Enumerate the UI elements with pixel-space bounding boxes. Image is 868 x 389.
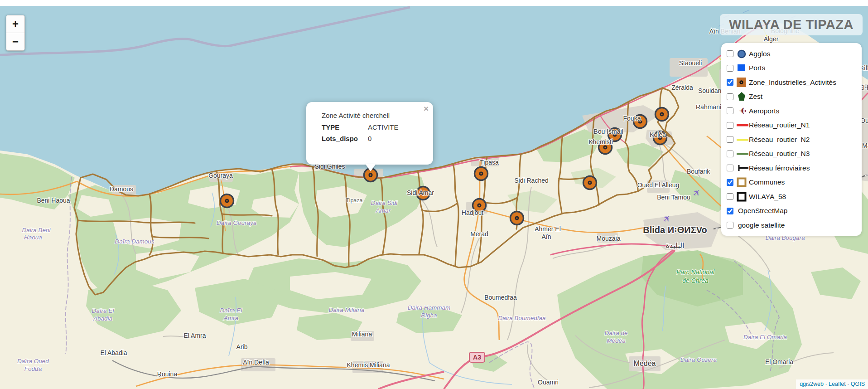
legend-checkbox[interactable] [727,79,733,86]
legend-checkbox[interactable] [727,107,733,114]
legend-icon-outline [736,177,749,188]
attribution-link-qgis2web[interactable]: qgis2web [800,381,824,387]
map-label: Boufarik [687,168,710,175]
legend-item-ports[interactable]: Ports [721,61,862,75]
legend-checkbox[interactable] [727,208,733,214]
legend-icon-outline [736,191,749,202]
map-label: البليدة [665,242,684,249]
legend-item-openstreetmap[interactable]: OpenStreetMap [721,204,862,218]
map-label: Alger [764,35,779,43]
legend-checkbox[interactable] [727,65,733,72]
map-label: Daïra Gouraya [217,219,257,226]
popup-attribute-value: 0 [368,135,371,142]
legend-checkbox[interactable] [727,179,733,186]
legend-icon-zone [736,77,749,88]
map-label: Amra [223,315,239,321]
map-label: Daira Hammam [408,304,451,311]
map-label: El Abadia [100,349,127,356]
legend-label: Réseau_routier_N3 [749,150,810,158]
legend-item-wilaya-58[interactable]: WILAYA_58 [721,190,862,204]
legend-label: google satellite [738,221,785,229]
popup-attribute-rows: TYPEACTIVITELots_dispo0 [322,123,425,142]
map-label: Daira El Omaria [743,334,787,340]
legend-item-r-seau-routier-n1[interactable]: Réseau_routier_N1 [721,118,862,132]
legend-label: OpenStreetMap [738,207,787,215]
legend-item-r-seau-routier-n2[interactable]: Réseau_routier_N2 [721,132,862,147]
zone-industrielle-marker[interactable] [221,194,234,208]
map-label: El Omaria [765,358,793,365]
map-label: Rahmania [696,103,725,111]
legend-checkbox[interactable] [727,50,733,57]
map-label: El Amra [183,332,206,339]
zoom-in-button[interactable]: + [6,15,24,33]
legend-label: Agglos [749,50,770,58]
map-label: Miliana [352,331,372,338]
map-label: Fodda [24,365,42,372]
legend-item-google-satellite[interactable]: google satellite [721,218,862,233]
map-label: Haoua [24,234,42,241]
map-label: Oued El Alleug [637,181,680,189]
legend-item-communes[interactable]: Communes [721,175,862,190]
zone-industrielle-marker[interactable] [656,108,669,121]
legend-panel: AgglosPortsZone_Industrielles_ActivitésZ… [721,43,862,236]
legend-item-zone-industrielles-activit-s[interactable]: Zone_Industrielles_Activités [721,75,862,90]
legend-label: Zest [749,92,762,101]
map-label: Daira Ouzera [680,356,717,363]
legend-checkbox[interactable] [727,93,733,100]
map-label: Ouamri [538,379,559,386]
map-label: Hadjout [462,209,483,216]
legend-icon-rail [736,163,749,174]
legend-label: Réseau_routier_N2 [749,136,810,144]
popup-attribute-row: Lots_dispo0 [322,135,425,142]
legend-checkbox[interactable] [727,222,733,229]
zoom-out-button[interactable]: − [6,33,24,50]
legend-icon-line [736,120,749,131]
legend-icon-circle [736,49,749,59]
map-label: Fouka [623,115,641,122]
map-label: Médéa [634,360,656,367]
map-label: Daira de [604,330,627,336]
map-label: Damous [110,185,133,193]
legend-label: Réseau_routier_N1 [749,121,810,129]
legend-checkbox[interactable] [727,193,733,200]
road-shield-layer: A3 [469,352,485,362]
map-label: Daïra El [220,307,243,314]
legend-checkbox[interactable] [727,151,733,157]
zone-industrielle-marker[interactable] [511,212,524,225]
map-label: Aïn Defla [243,359,269,366]
popup-attribute-value: ACTIVITE [368,123,399,131]
map-label: Abadia [93,315,113,322]
motorway-shield: A3 [469,352,485,362]
map-label: Righa [421,312,437,319]
map-label: Zéralda [671,84,693,91]
map-label: Khemis Miliana [347,361,390,369]
popup-attribute-key: TYPE [322,123,368,131]
map-label: de Chréa [682,277,709,284]
legend-item-zest[interactable]: Zest [721,89,862,104]
top-strip [0,0,868,6]
legend-item-aeroports[interactable]: ✈Aeroports [721,104,862,118]
map-label: Daïra Oued [17,358,49,365]
attribution-link-qgis[interactable]: QGIS [851,381,865,387]
svg-text:A3: A3 [473,354,481,361]
map-label: Boumedfaa [484,294,517,301]
map-label: Blida И꞉ΘИΣVo [643,225,707,235]
map-title: WILAYA DE TIPAZA [720,14,863,35]
zone-industrielle-marker[interactable] [583,176,597,190]
legend-checkbox[interactable] [727,136,733,143]
legend-label: WILAYA_58 [749,193,786,201]
legend-checkbox[interactable] [727,122,733,129]
legend-item-r-seau-routier-n3[interactable]: Réseau_routier_N3 [721,146,862,161]
legend-item-r-seau-f-rroviaires[interactable]: Réseau férroviaires [721,161,862,175]
legend-label: Réseau férroviaires [749,164,810,172]
map-label: Daira Beni [22,227,51,233]
legend-icon-square [736,63,749,73]
attribution-link-leaflet[interactable]: Leaflet [829,381,846,387]
popup-close-button[interactable]: × [424,104,429,113]
legend-item-agglos[interactable]: Agglos [721,47,862,61]
map-label: Staoueli [679,59,702,67]
legend-icon-line [736,134,749,145]
legend-checkbox[interactable] [727,165,733,171]
zone-industrielle-marker[interactable] [475,167,488,180]
popup-attribute-key: Lots_dispo [322,135,368,142]
